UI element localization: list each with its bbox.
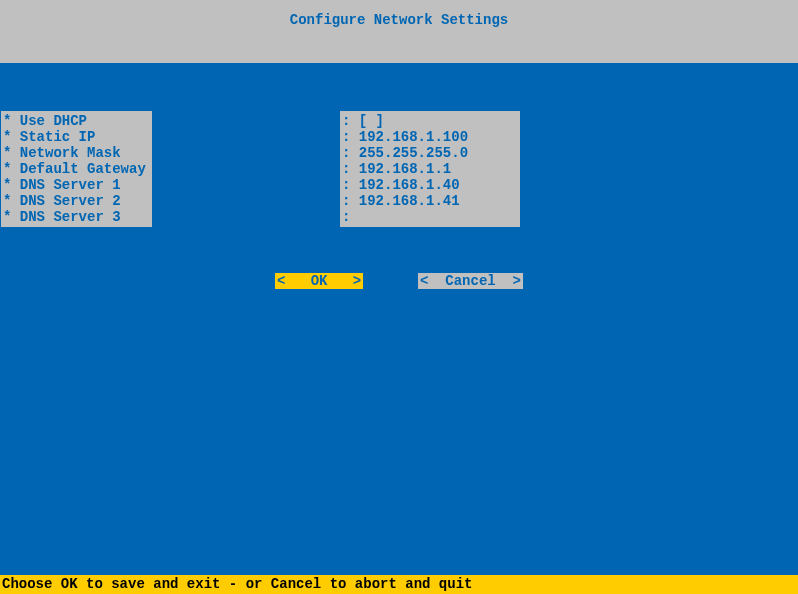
value-network-mask[interactable]: : 255.255.255.0	[342, 145, 514, 161]
ok-button[interactable]: < OK >	[275, 273, 363, 289]
label-dns-server-2: * DNS Server 2	[3, 193, 146, 209]
value-static-ip[interactable]: : 192.168.1.100	[342, 129, 514, 145]
label-static-ip: * Static IP	[3, 129, 146, 145]
label-network-mask: * Network Mask	[3, 145, 146, 161]
value-use-dhcp[interactable]: : [ ]	[342, 113, 514, 129]
button-row: < OK > < Cancel >	[0, 273, 798, 289]
main-area: * Use DHCP * Static IP * Network Mask * …	[0, 63, 798, 575]
footer-hint: Choose OK to save and exit - or Cancel t…	[0, 575, 798, 594]
label-use-dhcp: * Use DHCP	[3, 113, 146, 129]
value-dns-server-3[interactable]: :	[342, 209, 514, 225]
value-default-gateway[interactable]: : 192.168.1.1	[342, 161, 514, 177]
value-dns-server-1[interactable]: : 192.168.1.40	[342, 177, 514, 193]
label-default-gateway: * Default Gateway	[3, 161, 146, 177]
header: Configure Network Settings	[0, 0, 798, 63]
label-dns-server-3: * DNS Server 3	[3, 209, 146, 225]
field-labels-box: * Use DHCP * Static IP * Network Mask * …	[1, 111, 152, 227]
page-title: Configure Network Settings	[290, 12, 508, 28]
field-values-box: : [ ] : 192.168.1.100 : 255.255.255.0 : …	[340, 111, 520, 227]
cancel-button[interactable]: < Cancel >	[418, 273, 523, 289]
value-dns-server-2[interactable]: : 192.168.1.41	[342, 193, 514, 209]
label-dns-server-1: * DNS Server 1	[3, 177, 146, 193]
